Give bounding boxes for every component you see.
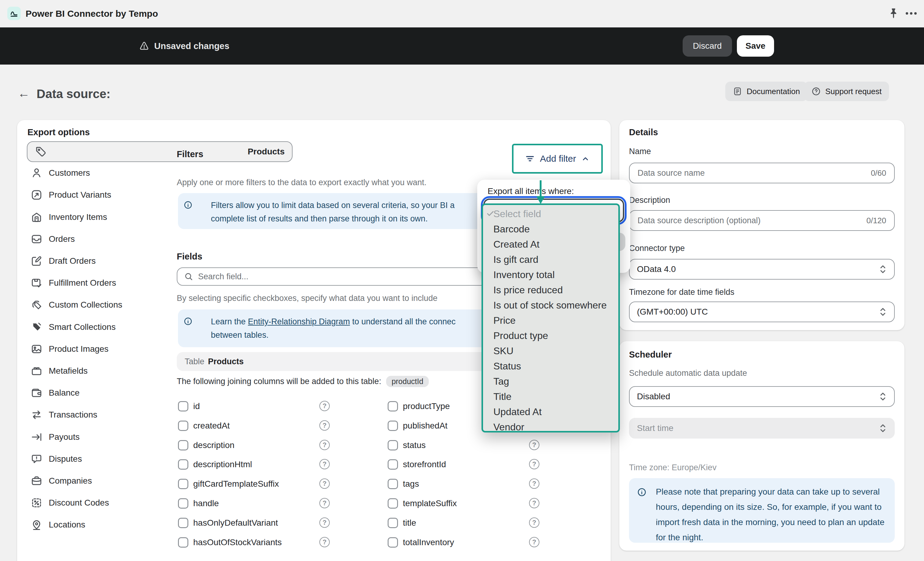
support-request-button[interactable]: Support request [804, 82, 889, 101]
timezone-label: Timezone for date time fields [629, 287, 735, 297]
erd-link[interactable]: Entity-Relationship Diagram [248, 317, 350, 326]
sidebar-item-product-images[interactable]: Product Images [24, 339, 168, 359]
checkbox-tags[interactable] [388, 479, 398, 489]
help-icon-giftCardTemplateSuffix[interactable]: ? [320, 479, 330, 489]
listbox-option-barcode[interactable]: Barcode [483, 221, 618, 236]
listbox-option-inventory-total[interactable]: Inventory total [483, 267, 618, 282]
sidebar-item-customers[interactable]: Customers [24, 163, 168, 183]
sidebar-item-metafields[interactable]: Metafields [24, 361, 168, 381]
sidebar-item-draft-orders[interactable]: Draft Orders [24, 251, 168, 271]
checkbox-storefrontId[interactable] [388, 459, 398, 470]
checkbox-hasOutOfStockVariants[interactable] [178, 537, 188, 548]
timezone-select[interactable]: (GMT+00:00) UTC [629, 302, 895, 322]
help-icon-descriptionHtml[interactable]: ? [320, 459, 330, 469]
filters-heading: Filters [177, 149, 203, 159]
listbox-option-created-at[interactable]: Created At [483, 236, 618, 252]
field-row-tags: tags [388, 479, 419, 489]
add-filter-button[interactable]: Add filter [512, 144, 603, 174]
sidebar-item-transactions[interactable]: Transactions [24, 405, 168, 425]
help-icon-status[interactable]: ? [529, 440, 539, 450]
discount-icon [30, 497, 43, 509]
pin-icon[interactable] [888, 7, 899, 19]
help-icon-tags[interactable]: ? [529, 479, 539, 489]
listbox-option-is-out-of-stock-somewhere[interactable]: Is out of stock somewhere [483, 298, 618, 313]
sidebar-item-disputes[interactable]: Disputes [24, 449, 168, 469]
checkbox-handle[interactable] [178, 498, 188, 509]
sidebar-item-discount-codes[interactable]: Discount Codes [24, 493, 168, 513]
description-field[interactable]: Data source description (optional) 0/120 [629, 210, 895, 231]
info-icon [183, 317, 193, 326]
scheduler-title: Scheduler [629, 350, 672, 360]
documentation-button[interactable]: Documentation [725, 82, 807, 101]
overflow-menu-icon[interactable] [906, 7, 919, 19]
search-icon [184, 272, 193, 281]
checkbox-descriptionHtml[interactable] [178, 459, 188, 470]
sidebar-item-product-variants[interactable]: Product Variants [24, 185, 168, 205]
field-row-templateSuffix: templateSuffix [388, 498, 457, 509]
unsaved-changes-label: Unsaved changes [154, 41, 230, 51]
listbox-option-vendor[interactable]: Vendor [483, 419, 618, 435]
listbox-option-price[interactable]: Price [483, 313, 618, 328]
listbox-option-updated-at[interactable]: Updated At [483, 404, 618, 419]
chevron-up-icon [581, 154, 590, 163]
start-time-select[interactable]: Start time [629, 418, 895, 438]
filters-description: Apply one or more filters to the data to… [177, 178, 426, 187]
sidebar-item-custom-collections[interactable]: Custom Collections [24, 295, 168, 315]
checkbox-totalInventory[interactable] [388, 537, 398, 548]
sidebar-item-inventory-items[interactable]: Inventory Items [24, 207, 168, 227]
help-icon-createdAt[interactable]: ? [320, 420, 330, 431]
checkbox-description[interactable] [178, 440, 188, 450]
connector-type-select[interactable]: OData 4.0 [629, 259, 895, 280]
checkbox-giftCardTemplateSuffix[interactable] [178, 479, 188, 489]
checkbox-title[interactable] [388, 518, 398, 528]
checkbox-hasOnlyDefaultVariant[interactable] [178, 518, 188, 528]
sidebar-item-companies[interactable]: Companies [24, 471, 168, 491]
sidebar-item-smart-collections[interactable]: Smart Collections [24, 317, 168, 337]
sidebar-item-payouts[interactable]: Payouts [24, 427, 168, 447]
listbox-option-tag[interactable]: Tag [483, 374, 618, 389]
fields-heading: Fields [177, 251, 202, 262]
sidebar-item-orders[interactable]: Orders [24, 229, 168, 249]
field-label: id [193, 401, 200, 411]
joining-column-badge: productId [386, 376, 429, 387]
collections-icon [30, 299, 43, 311]
listbox-option-is-gift-card[interactable]: Is gift card [483, 252, 618, 267]
checkbox-createdAt[interactable] [178, 420, 188, 431]
checkbox-productType[interactable] [388, 401, 398, 411]
schedule-select[interactable]: Disabled [629, 386, 895, 407]
sidebar-item-locations[interactable]: Locations [24, 515, 168, 534]
save-button[interactable]: Save [737, 35, 774, 57]
sidebar-item-label: Companies [49, 476, 92, 486]
app-window: Power BI Connector by Tempo Unsaved chan… [0, 0, 924, 561]
help-icon-title[interactable]: ? [529, 518, 539, 528]
sidebar-item-fulfillment-orders[interactable]: Fulfillment Orders [24, 273, 168, 293]
help-icon-templateSuffix[interactable]: ? [529, 498, 539, 508]
checkbox-status[interactable] [388, 440, 398, 450]
warning-icon [139, 41, 149, 51]
listbox-option-status[interactable]: Status [483, 359, 618, 374]
help-icon-hasOutOfStockVariants[interactable]: ? [320, 537, 330, 547]
listbox-option-title[interactable]: Title [483, 389, 618, 404]
sidebar-item-products[interactable]: Products [27, 141, 292, 162]
sidebar-item-balance[interactable]: Balance [24, 383, 168, 402]
listbox-option-select-field[interactable]: Select field [483, 206, 618, 221]
listbox-option-product-type[interactable]: Product type [483, 328, 618, 343]
help-icon-storefrontId[interactable]: ? [529, 459, 539, 469]
back-arrow-icon[interactable]: ← [18, 87, 31, 100]
field-label: productType [403, 401, 450, 411]
listbox-option-is-price-reduced[interactable]: Is price reduced [483, 282, 618, 298]
help-icon-handle[interactable]: ? [320, 498, 330, 508]
discard-button[interactable]: Discard [682, 35, 732, 57]
field-row-totalInventory: totalInventory [388, 537, 454, 548]
listbox-option-sku[interactable]: SKU [483, 343, 618, 359]
help-icon-description[interactable]: ? [320, 440, 330, 450]
help-icon-hasOnlyDefaultVariant[interactable]: ? [320, 518, 330, 528]
help-icon-totalInventory[interactable]: ? [529, 537, 539, 547]
checkbox-templateSuffix[interactable] [388, 498, 398, 509]
name-field[interactable]: Data source name 0/60 [629, 163, 895, 183]
name-counter: 0/60 [871, 168, 886, 178]
save-bar: Unsaved changes Discard Save [0, 27, 924, 64]
checkbox-id[interactable] [178, 401, 188, 411]
help-icon-id[interactable]: ? [320, 401, 330, 411]
checkbox-publishedAt[interactable] [388, 420, 398, 431]
